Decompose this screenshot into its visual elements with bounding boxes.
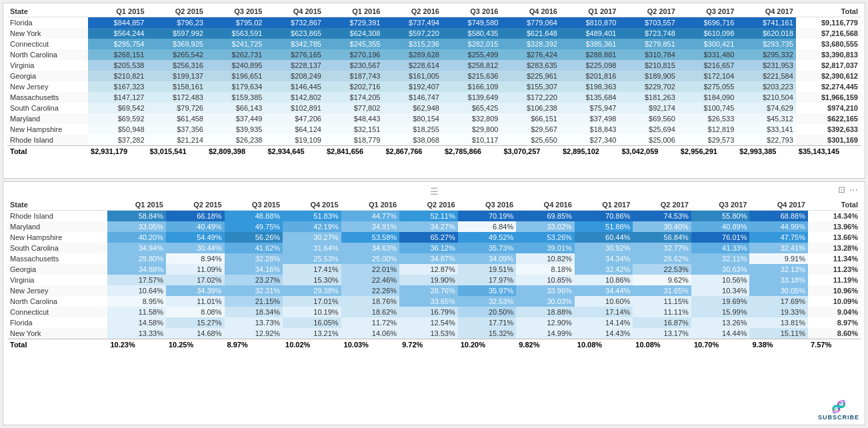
top-col-header-10: Q2 2017 <box>619 6 677 17</box>
top-col-header-4: Q4 2015 <box>265 6 323 17</box>
bottom-col-header-10: Q2 2017 <box>633 199 691 211</box>
bottom-table-row: New York13.33%14.68%12.92%13.21%14.06%13… <box>7 328 861 339</box>
top-table-row: North Carolina$268,151$265,542$262,731$2… <box>7 49 861 60</box>
bottom-table-panel: ☰ ⊡ ⋯ StateQ1 2015Q2 2015Q3 2015Q4 2015Q… <box>3 181 865 425</box>
top-table-row: Connecticut$295,754$369,925$241,725$342,… <box>7 39 861 49</box>
bottom-col-header-13: Total <box>808 199 861 211</box>
bottom-col-header-3: Q3 2015 <box>225 199 283 211</box>
top-col-header-5: Q1 2016 <box>324 6 383 17</box>
top-table-row: Virginia$205,538$256,316$240,895$228,137… <box>7 60 861 71</box>
bottom-col-header-12: Q4 2017 <box>749 199 808 211</box>
bottom-col-header-0: State <box>7 199 107 211</box>
top-table-row: Florida$844,857$796,23$795,02$732,867$72… <box>7 17 861 29</box>
top-table-row: Maryland$69,592$61,458$37,449$47,206$48,… <box>7 113 861 124</box>
bottom-table-row: South Carolina34.94%30.44%41.62%31.64%34… <box>7 243 861 253</box>
bottom-table: StateQ1 2015Q2 2015Q3 2015Q4 2015Q1 2016… <box>7 199 861 350</box>
top-col-header-9: Q1 2017 <box>560 6 619 17</box>
more-options-icon[interactable]: ⋯ <box>849 185 858 195</box>
bottom-col-header-4: Q4 2015 <box>283 199 341 211</box>
top-table-panel: StateQ1 2015Q2 2015Q3 2015Q4 2015Q1 2016… <box>3 3 865 179</box>
top-col-header-3: Q3 2015 <box>206 6 265 17</box>
top-table-row: New York$564,244$597,992$563,591$623,865… <box>7 28 861 39</box>
top-col-header-13: Total <box>796 6 861 17</box>
bottom-table-row: Virginia17.57%17.02%23.27%15.30%22.46%19… <box>7 275 861 285</box>
bottom-col-header-11: Q3 2017 <box>691 199 750 211</box>
top-col-header-7: Q3 2016 <box>442 6 501 17</box>
bottom-table-row: Florida14.58%15.27%13.73%16.05%11.72%12.… <box>7 317 861 328</box>
top-table: StateQ1 2015Q2 2015Q3 2015Q4 2015Q1 2016… <box>7 6 861 157</box>
top-table-row: Massachusetts$147,127$172,483$159,385$14… <box>7 92 861 103</box>
top-table-row: South Carolina$69,542$79,726$66,143$102,… <box>7 103 861 113</box>
panel-header: ☰ ⊡ ⋯ <box>7 185 861 199</box>
top-col-header-12: Q4 2017 <box>737 6 795 17</box>
bottom-col-header-7: Q3 2016 <box>458 199 517 211</box>
drag-handle-icon: ☰ <box>430 186 439 197</box>
bottom-table-row: Massachusetts29.80%8.94%32.28%25.53%25.0… <box>7 253 861 264</box>
top-col-header-11: Q3 2017 <box>678 6 737 17</box>
bottom-col-header-1: Q1 2015 <box>107 199 166 211</box>
bottom-col-header-8: Q4 2016 <box>516 199 575 211</box>
logo-area: 🧬 SUBSCRIBE <box>818 399 859 421</box>
top-table-row: New Jersey$167,323$158,161$179,634$146,4… <box>7 81 861 92</box>
dna-icon: 🧬 <box>831 399 846 414</box>
expand-icon[interactable]: ⊡ <box>838 185 845 195</box>
bottom-col-header-6: Q2 2016 <box>399 199 458 211</box>
top-col-header-8: Q4 2016 <box>501 6 559 17</box>
top-table-row: Georgia$210,821$199,137$196,651$208,249$… <box>7 71 861 81</box>
bottom-table-row: Rhode Island58.84%66.18%48.88%51.83%44.7… <box>7 211 861 222</box>
top-col-header-6: Q2 2016 <box>383 6 441 17</box>
top-col-header-2: Q2 2015 <box>147 6 206 17</box>
top-col-header-1: Q1 2015 <box>88 6 147 17</box>
subscribe-label: SUBSCRIBE <box>818 414 859 421</box>
bottom-col-header-2: Q2 2015 <box>166 199 225 211</box>
bottom-table-row: Connecticut11.58%8.08%18.34%10.19%18.62%… <box>7 307 861 317</box>
top-table-row: Rhode Island$37,282$21,214$26,238$19,109… <box>7 135 861 146</box>
bottom-col-header-9: Q1 2017 <box>575 199 633 211</box>
bottom-table-row: New Jersey10.64%34.39%32.31%29.38%22.26%… <box>7 285 861 296</box>
bottom-table-row: North Carolina8.95%11.01%21.15%17.01%18.… <box>7 296 861 307</box>
bottom-table-row: Maryland33.05%40.49%49.75%42.19%34.91%34… <box>7 221 861 232</box>
bottom-table-row: New Hampshire40.20%54.49%56.26%30.27%53.… <box>7 232 861 243</box>
top-table-row: New Hampshire$50,948$37,356$39,935$64,12… <box>7 124 861 135</box>
top-col-header-0: State <box>7 6 88 17</box>
bottom-table-row: Georgia34.88%11.09%34.16%17.41%22.01%12.… <box>7 264 861 275</box>
bottom-col-header-5: Q1 2016 <box>341 199 400 211</box>
